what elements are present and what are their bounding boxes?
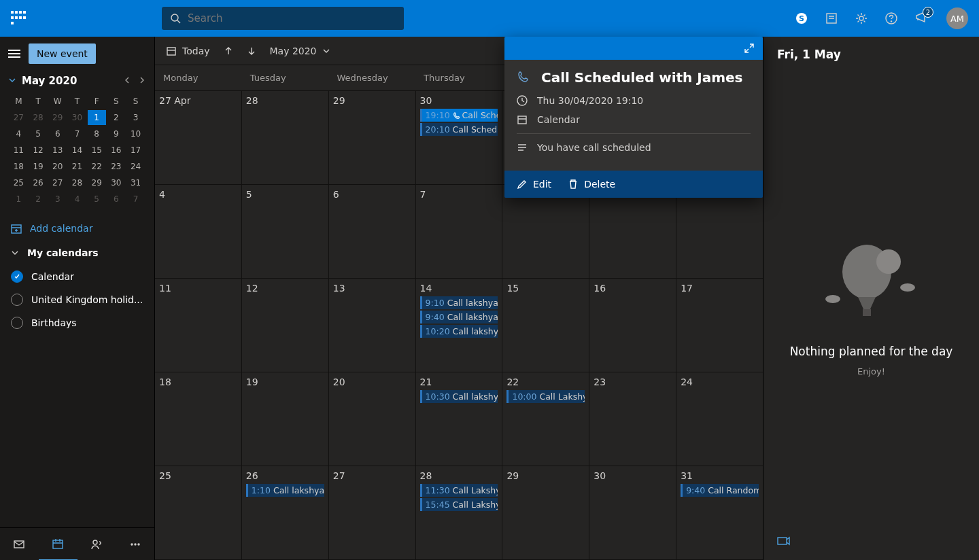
day-cell[interactable]: 25 <box>155 466 242 559</box>
mini-day[interactable]: 27 <box>48 175 67 190</box>
my-calendars-section[interactable]: My calendars <box>0 241 154 265</box>
mini-day[interactable]: 30 <box>107 175 126 190</box>
day-cell[interactable]: 7 <box>416 185 503 278</box>
immersive-reader-icon[interactable] <box>777 536 791 549</box>
next-period-button[interactable] <box>247 46 256 56</box>
mini-day[interactable]: 5 <box>29 126 48 141</box>
announcements-button[interactable]: 2 <box>915 11 929 26</box>
chevron-down-icon[interactable] <box>8 75 16 87</box>
calendar-toggle[interactable]: United Kingdom holid... <box>0 288 154 311</box>
calendar-event[interactable]: 20:10Call Scheduled with James <box>420 123 498 136</box>
new-event-button[interactable]: New event <box>29 43 96 64</box>
day-cell[interactable]: 8 <box>502 185 589 278</box>
mini-day[interactable]: 30 <box>68 110 86 125</box>
calendar-toggle[interactable]: Birthdays <box>0 311 154 334</box>
day-cell[interactable]: 24 <box>676 372 763 466</box>
mini-day[interactable]: 29 <box>48 110 67 125</box>
mini-day[interactable]: 4 <box>68 192 86 207</box>
day-cell[interactable]: 23 <box>589 372 676 466</box>
mini-day[interactable]: 3 <box>48 192 67 207</box>
calendar-event[interactable]: 9:40Call Random B <box>681 484 759 497</box>
calendar-event[interactable]: 15:45Call Lakshya <box>420 498 498 511</box>
day-cell[interactable]: 149:10Call lakshya pa9:40Call lakshya pa… <box>416 279 503 372</box>
mini-day[interactable]: 13 <box>48 143 67 158</box>
mini-day[interactable]: 20 <box>48 159 67 174</box>
add-calendar-link[interactable]: Add calendar <box>0 216 154 241</box>
day-cell[interactable]: 19 <box>242 372 329 466</box>
mini-day[interactable]: 7 <box>68 126 86 141</box>
notes-icon[interactable] <box>825 12 838 24</box>
day-cell[interactable]: 3019:10Call Scheduled with James20:10Cal… <box>416 91 503 184</box>
mini-day[interactable]: 9 <box>107 126 126 141</box>
day-cell[interactable]: 20 <box>329 372 416 466</box>
calendar-event[interactable]: 1:10Call lakshya pa <box>246 484 324 497</box>
mini-day[interactable]: 15 <box>88 143 106 158</box>
mini-day[interactable]: 5 <box>88 192 106 207</box>
calendar-event[interactable]: 9:40Call lakshya pa <box>420 311 498 323</box>
today-button[interactable]: Today <box>166 46 210 56</box>
settings-icon[interactable] <box>855 12 868 24</box>
mini-day[interactable]: 16 <box>107 143 126 158</box>
prev-period-button[interactable] <box>224 46 233 56</box>
search-input[interactable] <box>188 12 320 24</box>
calendar-toggle[interactable]: Calendar <box>0 265 154 288</box>
mini-day[interactable]: 22 <box>88 159 106 174</box>
mini-day[interactable]: 26 <box>29 175 48 190</box>
day-cell[interactable]: 28 <box>242 91 329 184</box>
calendar-event[interactable]: 10:00Call Lakshya <box>506 390 585 403</box>
mail-icon[interactable] <box>0 528 39 561</box>
mini-day[interactable]: 27 <box>10 110 28 125</box>
mini-day[interactable]: 31 <box>126 175 145 190</box>
avatar[interactable]: AM <box>946 7 968 29</box>
mini-day[interactable]: 25 <box>10 175 28 190</box>
app-launcher-icon[interactable] <box>11 11 26 26</box>
delete-button[interactable]: Delete <box>568 179 615 190</box>
day-cell[interactable]: 319:40Call Random B <box>676 466 763 559</box>
mini-day[interactable]: 6 <box>107 192 126 207</box>
day-cell[interactable]: 2811:30Call Lakshya 15:45Call Lakshya <box>416 466 503 559</box>
day-cell[interactable]: 18 <box>155 372 242 466</box>
mini-day[interactable]: 19 <box>29 159 48 174</box>
month-picker[interactable]: May 2020 <box>270 46 330 56</box>
mini-day[interactable]: 24 <box>126 159 145 174</box>
mini-day[interactable]: 21 <box>68 159 86 174</box>
mini-day[interactable]: 2 <box>107 110 126 125</box>
day-cell[interactable]: 12 <box>242 279 329 372</box>
mini-day[interactable]: 3 <box>126 110 145 125</box>
calendar-event[interactable]: 19:10Call Scheduled with James <box>420 109 498 122</box>
day-cell[interactable]: 30 <box>589 466 676 559</box>
mini-day[interactable]: 17 <box>126 143 145 158</box>
calendar-event[interactable]: 9:10Call lakshya pa <box>420 296 498 309</box>
mini-day[interactable]: 11 <box>10 143 28 158</box>
day-cell[interactable]: 5 <box>242 185 329 278</box>
nav-toggle-button[interactable] <box>8 48 20 60</box>
mini-day[interactable]: 12 <box>29 143 48 158</box>
mini-day[interactable]: 1 <box>10 192 28 207</box>
mini-next-icon[interactable] <box>138 75 146 87</box>
day-cell[interactable]: 27 Apr <box>155 91 242 184</box>
people-icon[interactable] <box>78 528 116 561</box>
mini-day[interactable]: 28 <box>68 175 86 190</box>
day-cell[interactable]: 11 <box>155 279 242 372</box>
expand-icon[interactable] <box>744 43 755 54</box>
day-cell[interactable]: 15 <box>502 279 589 372</box>
mini-day[interactable]: 1 <box>88 110 106 125</box>
day-cell[interactable]: 29 <box>329 91 416 184</box>
day-cell[interactable]: 10 <box>676 185 763 278</box>
help-icon[interactable] <box>885 12 897 24</box>
more-icon[interactable] <box>116 528 154 561</box>
calendar-icon[interactable] <box>39 528 78 561</box>
mini-day[interactable]: 18 <box>10 159 28 174</box>
skype-icon[interactable]: S <box>795 12 808 24</box>
day-cell[interactable]: 17 <box>676 279 763 372</box>
mini-day[interactable]: 10 <box>126 126 145 141</box>
mini-day[interactable]: 8 <box>88 126 106 141</box>
calendar-event[interactable]: 10:20Call lakshya p <box>420 325 498 338</box>
mini-day[interactable]: 4 <box>10 126 28 141</box>
day-cell[interactable]: 2110:30Call lakshya p <box>416 372 503 466</box>
day-cell[interactable]: 4 <box>155 185 242 278</box>
search-field[interactable] <box>162 7 404 30</box>
day-cell[interactable]: 16 <box>589 279 676 372</box>
day-cell[interactable]: 261:10Call lakshya pa <box>242 466 329 559</box>
mini-day[interactable]: 7 <box>126 192 145 207</box>
